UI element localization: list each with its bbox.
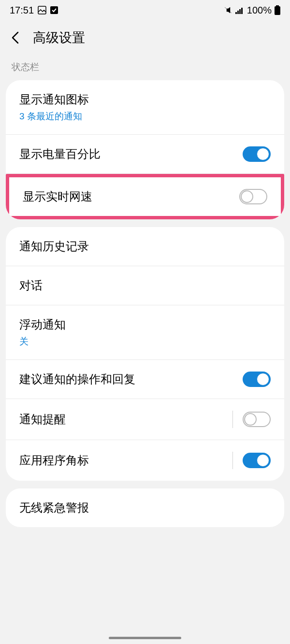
status-right: 100% xyxy=(224,5,280,16)
row-title: 通知提醒 xyxy=(19,412,66,427)
row-title: 显示实时网速 xyxy=(23,189,92,204)
vertical-divider xyxy=(232,411,233,428)
row-wireless-emergency-alerts[interactable]: 无线紧急警报 xyxy=(6,488,284,527)
svg-rect-4 xyxy=(239,9,241,14)
svg-rect-3 xyxy=(237,11,239,14)
row-title: 通知历史记录 xyxy=(19,239,89,254)
status-bar: 17:51 100% xyxy=(0,0,290,20)
signal-icon xyxy=(235,6,244,14)
section-label-statusbar: 状态栏 xyxy=(0,61,290,80)
settings-group-1: 显示通知图标 3 条最近的通知 显示电量百分比 显示实时网速 xyxy=(6,80,284,219)
row-notification-reminders[interactable]: 通知提醒 xyxy=(6,399,284,440)
toggle-app-badges[interactable] xyxy=(243,453,271,468)
home-indicator[interactable] xyxy=(109,637,181,639)
chevron-left-icon xyxy=(11,31,20,44)
highlight-box: 显示实时网速 xyxy=(6,174,284,219)
svg-rect-5 xyxy=(241,8,243,14)
row-show-network-speed[interactable]: 显示实时网速 xyxy=(9,177,281,216)
svg-rect-1 xyxy=(50,6,58,14)
toggle-battery-percent[interactable] xyxy=(243,146,271,162)
status-time: 17:51 xyxy=(10,5,34,16)
row-title: 显示通知图标 xyxy=(19,92,89,107)
battery-icon xyxy=(275,5,280,15)
svg-rect-0 xyxy=(38,6,46,14)
row-title: 建议通知的操作和回复 xyxy=(19,372,135,387)
row-floating-notifications[interactable]: 浮动通知 关 xyxy=(6,305,284,360)
row-show-battery-percent[interactable]: 显示电量百分比 xyxy=(6,135,284,174)
mute-icon xyxy=(224,6,232,14)
row-title: 无线紧急警报 xyxy=(19,500,89,515)
page-title: 高级设置 xyxy=(33,29,85,46)
row-conversations[interactable]: 对话 xyxy=(6,266,284,305)
svg-rect-7 xyxy=(275,6,280,15)
app-header: 高级设置 xyxy=(0,20,290,61)
row-suggested-actions[interactable]: 建议通知的操作和回复 xyxy=(6,360,284,399)
toggle-suggested-actions[interactable] xyxy=(243,372,271,387)
status-left: 17:51 xyxy=(10,5,58,16)
svg-rect-6 xyxy=(276,5,279,6)
row-title: 应用程序角标 xyxy=(19,453,89,468)
row-show-notification-icons[interactable]: 显示通知图标 3 条最近的通知 xyxy=(6,80,284,135)
row-title: 对话 xyxy=(19,278,43,293)
toggle-network-speed[interactable] xyxy=(239,189,267,204)
battery-percent: 100% xyxy=(247,5,272,16)
back-button[interactable] xyxy=(10,32,21,43)
svg-rect-2 xyxy=(235,12,237,14)
settings-group-2: 通知历史记录 对话 浮动通知 关 建议通知的操作和回复 通知提醒 应用程序角标 xyxy=(6,227,284,481)
gallery-icon xyxy=(38,6,46,14)
checkbox-icon xyxy=(50,6,58,14)
row-subtitle: 3 条最近的通知 xyxy=(19,110,89,123)
row-title: 浮动通知 xyxy=(19,317,66,332)
row-subtitle: 关 xyxy=(19,335,66,348)
row-app-badges[interactable]: 应用程序角标 xyxy=(6,440,284,481)
toggle-notification-reminders[interactable] xyxy=(243,412,271,427)
vertical-divider xyxy=(232,452,233,469)
settings-group-3: 无线紧急警报 xyxy=(6,488,284,527)
row-title: 显示电量百分比 xyxy=(19,146,101,162)
row-notification-history[interactable]: 通知历史记录 xyxy=(6,227,284,266)
